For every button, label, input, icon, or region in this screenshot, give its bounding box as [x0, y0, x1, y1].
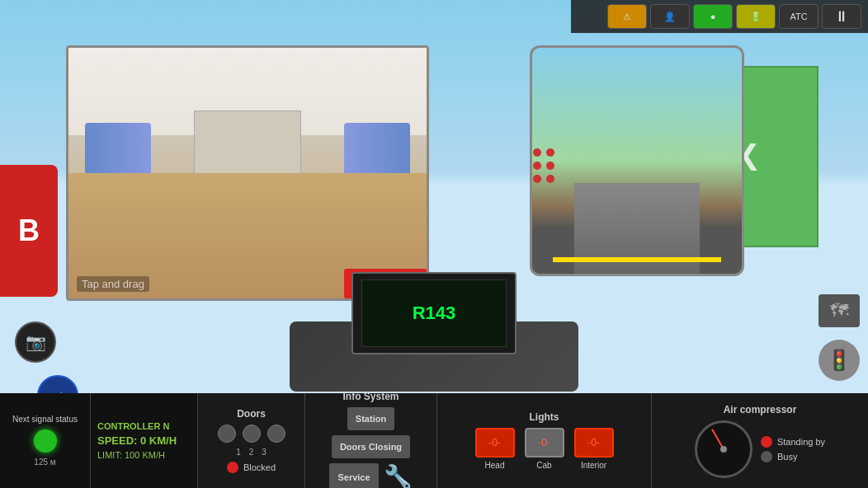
standing-by-label: Standing by	[777, 437, 825, 447]
pause-icon: ⏸	[834, 8, 849, 26]
signal-title: Next signal status	[12, 415, 78, 425]
pause-button[interactable]: ⏸	[822, 4, 861, 29]
indicator-dot-5	[533, 175, 541, 183]
speed-limit-display: LIMIT: 100 KM/H	[97, 450, 191, 460]
status-bar: Next signal status 125 м CONTROLLER N SP…	[0, 393, 868, 488]
standing-by-dot	[761, 436, 772, 448]
camera-button[interactable]: 📷	[15, 321, 56, 363]
gauge-center	[720, 446, 727, 453]
doors-title: Doors	[237, 408, 266, 420]
head-light-label: Head	[485, 461, 505, 470]
warning-button[interactable]: ⚠	[607, 4, 647, 29]
compressor-section: Air compressor Standing by Busy	[652, 393, 868, 488]
indicator-panel	[533, 148, 554, 183]
interior-light-label: Interior	[581, 461, 606, 470]
info-system-title: Info System	[342, 391, 399, 402]
door-1-indicator	[218, 425, 236, 443]
mirror-yellow-line	[553, 257, 720, 262]
indicator-dot-2	[546, 148, 554, 157]
head-light-item: Head	[475, 428, 515, 470]
controller-section: CONTROLLER N SPEED: 0 KM/H LIMIT: 100 KM…	[91, 393, 198, 488]
indicator-dot-4	[546, 162, 554, 170]
compressor-title: Air compressor	[724, 404, 797, 415]
door-labels: 1 2 3	[236, 448, 267, 457]
battery-icon: 🔋	[750, 12, 762, 22]
door-3-label: 3	[262, 448, 267, 457]
door-circles	[218, 425, 285, 443]
pressure-gauge	[695, 420, 752, 478]
cab-light-display[interactable]	[525, 428, 564, 458]
speed-display: SPEED: 0 KM/H	[97, 434, 191, 447]
blocked-row: Blocked	[227, 462, 276, 473]
doors-closing-button[interactable]: Doors Closing	[332, 435, 410, 458]
b-label: B	[18, 214, 40, 248]
door-2-indicator	[243, 425, 261, 443]
standing-by-item: Standing by	[761, 436, 825, 448]
cab-light-item: Cab	[525, 428, 564, 470]
cockpit-center-panel: R143	[290, 321, 578, 392]
door-1-label: 1	[236, 448, 241, 457]
interior-light-item: Interior	[574, 428, 614, 470]
head-light-display[interactable]	[475, 428, 515, 458]
interior-light-display[interactable]	[574, 428, 614, 458]
indicator-dot-6	[546, 175, 554, 183]
info-buttons: Station Doors Closing Service 🔧	[312, 407, 430, 488]
interior-view	[68, 48, 427, 298]
mirror-view	[530, 45, 744, 276]
tap-drag-hint: Tap and drag	[77, 276, 149, 292]
dash-display: R143	[351, 272, 517, 354]
lights-section: Lights Head Cab Interior	[437, 393, 652, 488]
train-id-display: R143	[413, 303, 456, 324]
lights-row: Head Cab Interior	[475, 428, 614, 470]
nav-symbol: 🚦	[827, 349, 851, 372]
busy-dot	[761, 451, 772, 462]
b-panel: B	[0, 165, 58, 297]
navigation-icon[interactable]: 🚦	[818, 340, 860, 381]
station-button[interactable]: Station	[347, 407, 394, 430]
camera-icon: 📷	[26, 332, 46, 352]
camera-dot: ●	[710, 12, 716, 21]
top-bar: ⚠ 👤 ● 🔋 ATC ⏸	[571, 0, 868, 33]
indicator-dot-1	[533, 148, 541, 157]
atc-label: ATC	[790, 12, 807, 21]
interior-popup[interactable]: Tap and drag Close	[66, 45, 429, 301]
map-icon: 🗺	[830, 300, 848, 321]
cab-light-label: Cab	[536, 461, 551, 470]
atc-button[interactable]: ATC	[779, 4, 818, 29]
compressor-status-items: Standing by Busy	[761, 436, 825, 462]
dash-display-inner: R143	[361, 279, 507, 347]
blocked-indicator	[227, 462, 238, 473]
map-button[interactable]: 🗺	[818, 294, 860, 327]
busy-label: Busy	[777, 452, 797, 462]
wrench-icon: 🔧	[384, 463, 413, 488]
battery-button[interactable]: 🔋	[736, 4, 776, 29]
person-icon: 👤	[664, 12, 676, 22]
blocked-label: Blocked	[243, 462, 276, 472]
signal-light-green	[34, 429, 57, 453]
busy-item: Busy	[761, 451, 825, 462]
camera-indicator[interactable]: ●	[693, 4, 733, 29]
info-section: Info System Station Doors Closing Servic…	[305, 393, 437, 488]
doors-section: Doors 1 2 3 Blocked	[198, 393, 305, 488]
lights-title: Lights	[530, 411, 559, 423]
signal-section: Next signal status 125 м	[0, 393, 91, 488]
indicator-dot-3	[533, 162, 541, 170]
door-3-indicator	[267, 425, 285, 443]
compressor-row: Standing by Busy	[695, 420, 825, 478]
controller-label: CONTROLLER N	[97, 421, 191, 431]
warning-icon: ⚠	[623, 12, 631, 22]
signal-distance: 125 м	[34, 458, 55, 467]
service-button[interactable]: Service	[329, 463, 378, 488]
door-2-label: 2	[249, 448, 254, 457]
person-button[interactable]: 👤	[650, 4, 690, 29]
